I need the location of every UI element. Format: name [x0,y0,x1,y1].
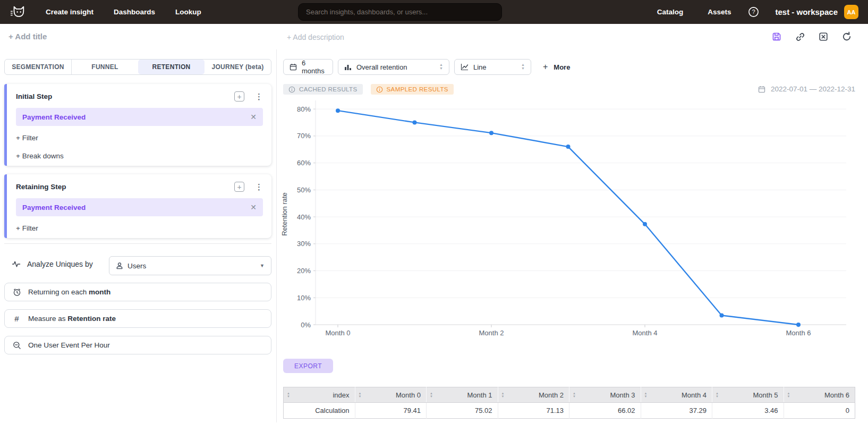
data-point[interactable] [413,120,417,124]
remove-event-icon[interactable]: ✕ [250,203,257,211]
chart-type-select[interactable]: Line ▲▼ [454,59,531,75]
table-header-cell[interactable]: ▲▼Month 2 [498,387,569,403]
table-header-cell[interactable]: ▲▼Month 5 [712,387,784,403]
search-input[interactable] [298,3,502,21]
add-event-icon[interactable]: + [234,182,244,192]
data-point[interactable] [336,108,340,113]
toolbar-icons [771,31,853,43]
table-header-cell[interactable]: ▲▼Month 3 [569,387,641,403]
initial-step-card: Initial Step + ⋮ Payment Received ✕ + Fi… [4,84,271,166]
table-cell: 75.02 [427,403,498,419]
panel-divider-vertical [276,49,277,422]
nav-lookup[interactable]: Lookup [175,8,201,16]
sort-icon[interactable]: ▲▼ [359,392,362,399]
help-icon[interactable]: ? [748,6,759,18]
returning-granularity-label: Returning on each month [28,288,110,296]
event-chip-label: Payment Received [22,113,250,121]
retaining-step-card: Retaining Step + ⋮ Payment Received ✕ + … [4,174,271,238]
data-point[interactable] [643,222,647,226]
cached-results-label: CACHED RESULTS [299,86,358,92]
sort-icon[interactable]: ▲▼ [573,392,576,399]
table-header-cell[interactable]: ▲▼Month 6 [784,387,855,403]
table-header-cell[interactable]: ▲▼Month 4 [641,387,712,403]
data-point[interactable] [720,313,724,317]
nav-assets[interactable]: Assets [708,8,731,16]
add-description-button[interactable]: + Add description [287,33,344,41]
y-tick-label: 20% [297,267,311,275]
cat-logo-icon[interactable] [10,5,27,20]
table-cell: 37.29 [641,403,712,419]
table-cell: 79.41 [355,403,427,419]
save-icon[interactable] [771,31,782,43]
nav-dashboards[interactable]: Dashboards [114,8,155,16]
nav-create-insight[interactable]: Create insight [46,8,93,16]
tab-segmentation[interactable]: SEGMENTATION [5,60,71,74]
sort-icon[interactable]: ▲▼ [501,392,505,399]
measure-as-label: Measure as Retention rate [28,315,116,323]
top-nav: Create insight Dashboards Lookup Catalog… [0,0,868,24]
activity-icon [12,260,21,268]
avatar[interactable]: AA [844,5,858,19]
table-cell: Calculation [284,403,355,419]
table-cell: 0 [784,403,855,419]
zoom-out-icon [12,341,21,350]
returning-granularity-button[interactable]: Returning on each month [4,283,271,301]
kebab-menu-icon[interactable]: ⋮ [255,92,263,101]
date-range-value: 2022-07-01 — 2022-12-31 [771,85,855,93]
add-title-button[interactable]: + Add title [8,32,47,41]
nav-right-cluster: Catalog Assets ? test - workspace AA [657,5,858,19]
add-filter-button[interactable]: + Filter [16,224,38,232]
y-tick-label: 40% [297,213,311,221]
data-point[interactable] [489,131,493,135]
remove-event-icon[interactable]: ✕ [250,113,257,121]
analyze-uniques-label: Analyze Uniques by [27,260,93,268]
more-button[interactable]: + More [543,62,570,72]
svg-text:?: ? [752,9,755,15]
retention-line-chart[interactable]: 0%10%20%30%40%50%60%70%80%Month 0Month 2… [278,98,857,348]
sort-icon[interactable]: ▲▼ [716,392,719,399]
table-header-cell[interactable]: ▲▼Month 0 [355,387,427,403]
initial-step-title: Initial Step [16,92,234,100]
kebab-menu-icon[interactable]: ⋮ [255,182,263,192]
bar-chart-icon [344,64,352,71]
sort-icon[interactable]: ▲▼ [430,392,433,399]
retention-type-select[interactable]: Overall retention ▲▼ [338,59,449,75]
table-header-label: Month 6 [792,391,849,399]
retaining-step-event-chip[interactable]: Payment Received ✕ [16,198,263,216]
insight-type-tabs: SEGMENTATION FUNNEL RETENTION JOURNEY (b… [4,59,271,75]
table-header-cell[interactable]: ▲▼index [284,387,355,403]
sort-icon[interactable]: ▲▼ [644,392,648,399]
sampling-label: One User Event Per Hour [28,341,110,349]
table-header-cell[interactable]: ▲▼Month 1 [427,387,498,403]
initial-step-event-chip[interactable]: Payment Received ✕ [16,108,263,126]
date-range: 2022-07-01 — 2022-12-31 [758,85,855,93]
data-point[interactable] [566,145,571,149]
tab-journey[interactable]: JOURNEY (beta) [205,60,271,74]
sampling-button[interactable]: One User Event Per Hour [4,336,271,354]
close-box-icon[interactable] [818,31,829,43]
results-table-head: ▲▼index▲▼Month 0▲▼Month 1▲▼Month 2▲▼Mont… [284,387,855,403]
measure-as-button[interactable]: # Measure as Retention rate [4,309,271,328]
workspace-name[interactable]: test - workspace [775,7,838,16]
tab-funnel[interactable]: FUNNEL [71,60,138,74]
sampled-results-badge[interactable]: SAMPLED RESULTS [371,84,454,95]
sort-icon[interactable]: ▲▼ [287,392,290,399]
export-button[interactable]: EXPORT [283,359,333,373]
panel-divider-horizontal [4,243,271,244]
cached-results-badge[interactable]: CACHED RESULTS [283,84,363,95]
line-chart-icon [461,63,469,71]
add-event-icon[interactable]: + [234,91,244,101]
tab-retention[interactable]: RETENTION [138,60,205,74]
add-filter-button[interactable]: + Filter [16,134,38,142]
nav-catalog[interactable]: Catalog [657,8,684,16]
analyze-entity-select[interactable]: Users ▼ [109,256,271,275]
data-point[interactable] [796,323,801,327]
table-header-label: Month 5 [721,391,778,399]
copy-link-icon[interactable] [794,31,806,43]
info-icon [376,86,383,93]
sort-icon[interactable]: ▲▼ [787,392,790,399]
period-button[interactable]: 6 months [283,59,333,75]
add-breakdown-button[interactable]: + Break downs [16,152,64,160]
table-header-label: Month 0 [363,391,421,399]
refresh-icon[interactable] [841,31,853,43]
